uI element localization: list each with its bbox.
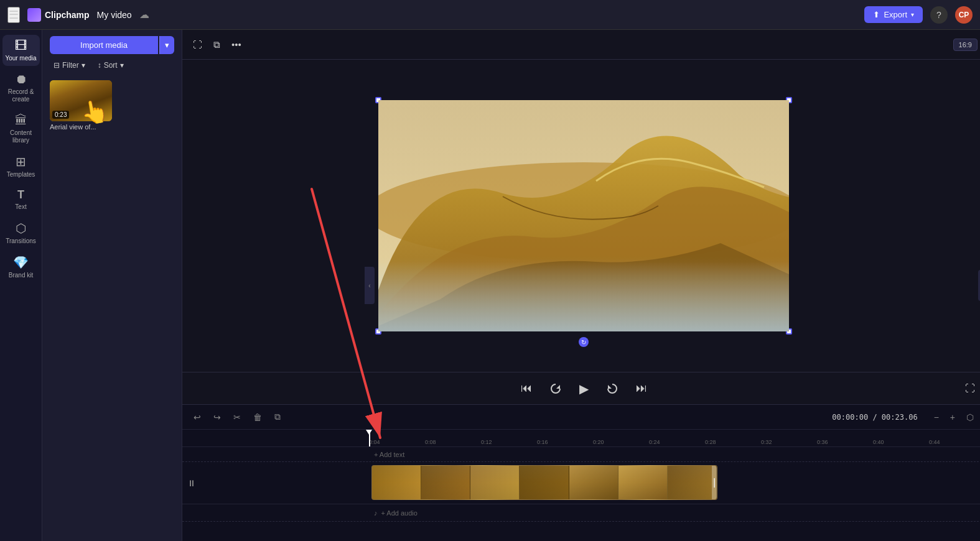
strip-segment-4 xyxy=(520,466,569,499)
sidebar-item-your-media[interactable]: 🎞 Your media xyxy=(2,35,40,66)
total-time: 00:23.06 xyxy=(882,413,918,422)
topbar-right: ⬆ Export ▾ ? CP xyxy=(864,6,973,24)
sort-label: Sort xyxy=(104,61,118,70)
avatar-initials: CP xyxy=(959,11,969,19)
ruler-mark-4: 0:20 xyxy=(593,439,649,446)
rewind-button[interactable] xyxy=(546,379,566,399)
current-time: 00:00:00 xyxy=(832,413,868,422)
delete-button[interactable]: 🗑 xyxy=(250,410,266,425)
undo-button[interactable]: ↩ xyxy=(190,410,205,425)
sort-button[interactable]: ↕ Sort ▾ xyxy=(94,59,128,72)
import-btn-area: Import media ▾ xyxy=(50,36,174,54)
content-library-icon: 🏛 xyxy=(15,113,27,127)
sidebar-item-templates[interactable]: ⊞ Templates xyxy=(2,150,40,182)
fullscreen-button[interactable]: ⛶ xyxy=(965,383,975,394)
track-pause-button[interactable]: ⏸ xyxy=(187,478,196,488)
center-column: ‹ ⛶ ⧉ ••• 16:9 ↻ xyxy=(182,30,980,541)
playback-controls: ⏮ ▶ ⏭ ⛶ xyxy=(182,372,980,404)
sidebar-item-label-your-media: Your media xyxy=(5,55,36,62)
project-name[interactable]: My video xyxy=(97,10,132,20)
export-button[interactable]: ⬆ Export ▾ xyxy=(864,6,923,23)
dune-visualization xyxy=(378,100,789,331)
strip-segment-3 xyxy=(470,466,520,499)
filter-button[interactable]: ⊟ Filter ▾ xyxy=(50,59,89,72)
svg-rect-2 xyxy=(378,262,789,331)
user-avatar[interactable]: CP xyxy=(955,6,973,24)
import-media-button[interactable]: Import media xyxy=(50,36,158,54)
zoom-controls: − + ⬡ xyxy=(930,411,978,423)
sidebar-item-label-templates: Templates xyxy=(7,171,35,178)
left-sidebar: 🎞 Your media ⏺ Record &create 🏛 Contentl… xyxy=(0,30,42,541)
video-frame[interactable]: ↻ xyxy=(378,100,789,331)
ruler-mark-1: 0:08 xyxy=(425,439,481,446)
app-name: Clipchamp xyxy=(45,10,90,20)
filter-sort-bar: ⊟ Filter ▾ ↕ Sort ▾ xyxy=(50,59,174,72)
picture-in-picture-button[interactable]: ⧉ xyxy=(210,36,223,53)
export-dropdown-icon: ▾ xyxy=(911,11,914,18)
preview-toolbar: ⛶ ⧉ ••• 16:9 xyxy=(182,30,980,60)
zoom-in-button[interactable]: + xyxy=(946,411,959,423)
sidebar-item-label-brand: Brand kit xyxy=(9,272,33,279)
sidebar-item-label-text: Text xyxy=(15,203,26,211)
timeline-area: ↩ ↪ ✂ 🗑 ⧉ 00:00:00 / 00:23.06 − + ⬡ xyxy=(182,404,980,541)
sidebar-item-transitions[interactable]: ⬡ Transitions xyxy=(2,217,40,249)
more-options-button[interactable]: ••• xyxy=(228,36,245,53)
topbar-left: ☰ Clipchamp My video ☁ xyxy=(7,7,864,23)
hamburger-button[interactable]: ☰ xyxy=(7,7,20,23)
strip-segment-6 xyxy=(618,466,668,499)
sort-icon: ↕ xyxy=(98,61,101,70)
record-create-icon: ⏺ xyxy=(15,72,27,86)
ruler-mark-0: 0:04 xyxy=(369,439,425,446)
video-strip[interactable]: | | xyxy=(371,465,717,500)
filter-chevron-icon: ▾ xyxy=(82,61,85,70)
filter-icon: ⊟ xyxy=(54,61,60,70)
sidebar-item-text[interactable]: T Text xyxy=(2,185,40,215)
center-area: ⛶ ⧉ ••• 16:9 ↻ xyxy=(182,30,980,404)
skip-to-start-button[interactable]: ⏮ xyxy=(517,378,536,399)
strip-right-handle[interactable]: | xyxy=(712,466,717,499)
help-icon-symbol: ? xyxy=(936,10,941,20)
fast-forward-button[interactable] xyxy=(602,379,622,399)
redo-button[interactable]: ↪ xyxy=(210,410,225,425)
sidebar-item-record-create[interactable]: ⏺ Record &create xyxy=(2,68,40,107)
music-note-icon: ♪ xyxy=(374,509,378,517)
topbar: ☰ Clipchamp My video ☁ ⬆ Export ▾ ? CP xyxy=(0,0,980,30)
add-text-button[interactable]: + Add text xyxy=(374,451,404,458)
media-panel-header: Import media ▾ ⊟ Filter ▾ ↕ Sort ▾ xyxy=(42,30,182,75)
add-text-track: + Add text xyxy=(182,447,980,462)
playhead[interactable] xyxy=(369,430,370,446)
media-panel: Import media ▾ ⊟ Filter ▾ ↕ Sort ▾ 0:23 xyxy=(42,30,182,541)
video-preview-area: ↻ xyxy=(182,60,980,372)
ruler-mark-8: 0:36 xyxy=(817,439,873,446)
duplicate-button[interactable]: ⧉ xyxy=(271,409,284,425)
track-controls: ⏸ xyxy=(182,478,369,488)
skip-to-end-button[interactable]: ⏭ xyxy=(632,378,651,399)
crop-button[interactable]: ⛶ xyxy=(190,36,205,53)
track-content: | | xyxy=(371,465,980,501)
text-icon: T xyxy=(17,188,24,201)
ruler-marks: 0:04 0:08 0:12 0:16 0:20 0:24 0:28 0:32 … xyxy=(369,439,980,446)
media-thumbnail: 0:23 xyxy=(50,80,112,121)
help-button[interactable]: ? xyxy=(930,6,948,24)
zoom-out-button[interactable]: − xyxy=(930,411,943,423)
cut-button[interactable]: ✂ xyxy=(230,410,245,425)
main-area: 🎞 Your media ⏺ Record &create 🏛 Contentl… xyxy=(0,30,980,541)
transitions-icon: ⬡ xyxy=(16,221,26,236)
sidebar-item-content-library[interactable]: 🏛 Contentlibrary xyxy=(2,109,40,148)
cloud-sync-icon: ☁ xyxy=(139,9,149,21)
media-item[interactable]: 0:23 Aerial view of... 👆 xyxy=(50,80,174,131)
rewind-icon xyxy=(549,382,562,395)
media-duration: 0:23 xyxy=(52,111,69,119)
sidebar-item-brand-kit[interactable]: 💎 Brand kit xyxy=(2,251,40,283)
strip-segment-7 xyxy=(668,466,717,499)
add-audio-button[interactable]: + Add audio xyxy=(381,509,418,517)
import-dropdown-button[interactable]: ▾ xyxy=(159,36,174,54)
export-icon: ⬆ xyxy=(873,10,880,19)
timeline-ruler: 0:04 0:08 0:12 0:16 0:20 0:24 0:28 0:32 … xyxy=(182,430,980,447)
fit-timeline-button[interactable]: ⬡ xyxy=(963,411,978,423)
play-pause-button[interactable]: ▶ xyxy=(576,377,592,400)
rotation-handle[interactable]: ↻ xyxy=(579,337,589,347)
timeline-time-display: 00:00:00 / 00:23.06 xyxy=(832,413,917,422)
panel-collapse-button[interactable]: ‹ xyxy=(365,267,375,304)
your-media-icon: 🎞 xyxy=(15,39,27,53)
